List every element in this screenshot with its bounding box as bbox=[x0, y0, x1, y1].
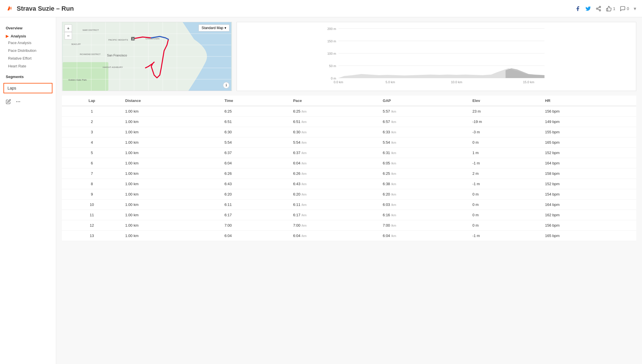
sidebar-item-pace-distribution[interactable]: Pace Distribution bbox=[0, 47, 56, 54]
twitter-button[interactable] bbox=[585, 6, 591, 12]
svg-text:50 m: 50 m bbox=[329, 64, 336, 68]
cell-hr: 152 bpm bbox=[541, 179, 636, 189]
table-row: 10 1.00 km 6:11 6:11 /km 6:03 /km 0 m 16… bbox=[62, 200, 636, 210]
overview-link[interactable]: Overview bbox=[0, 23, 56, 32]
elevation-container: 200 m 150 m 100 m 50 m 0 m 0. bbox=[237, 22, 636, 91]
table-row: 2 1.00 km 6:51 6:51 /km 6:57 /km -19 m 1… bbox=[62, 117, 636, 127]
cell-lap: 8 bbox=[62, 179, 122, 189]
cell-elev: -19 m bbox=[469, 117, 541, 127]
cell-hr: 152 bpm bbox=[541, 148, 636, 158]
svg-marker-1 bbox=[7, 6, 10, 10]
header-actions: 1 0 ▾ bbox=[575, 5, 636, 12]
edit-icon[interactable] bbox=[6, 99, 11, 105]
cell-gap: 5:57 /km bbox=[379, 106, 469, 117]
cell-lap: 9 bbox=[62, 189, 122, 200]
svg-marker-2 bbox=[10, 6, 12, 10]
col-elev: Elev bbox=[469, 96, 541, 106]
page-title: Strava Suzie – Run bbox=[17, 5, 575, 12]
cell-gap: 6:16 /km bbox=[379, 210, 469, 220]
cell-elev: 0 m bbox=[469, 137, 541, 148]
sidebar-item-relative-effort[interactable]: Relative Effort bbox=[0, 54, 56, 62]
svg-text:150 m: 150 m bbox=[327, 39, 336, 43]
map-info-button[interactable]: ℹ bbox=[223, 82, 229, 88]
col-pace: Pace bbox=[290, 96, 379, 106]
cell-lap: 3 bbox=[62, 127, 122, 137]
svg-rect-23 bbox=[133, 38, 134, 39]
cell-time: 6:20 bbox=[221, 189, 290, 200]
table-row: 12 1.00 km 7:00 7:00 /km 7:00 /km 0 m 15… bbox=[62, 220, 636, 231]
cell-lap: 13 bbox=[62, 231, 122, 241]
zoom-out-button[interactable]: − bbox=[65, 32, 72, 39]
cell-pace: 6:30 /km bbox=[290, 127, 379, 137]
svg-text:MAR DISTRICT: MAR DISTRICT bbox=[83, 29, 99, 31]
facebook-button[interactable] bbox=[575, 6, 581, 12]
cell-elev: 0 m bbox=[469, 189, 541, 200]
sidebar-item-pace-analysis[interactable]: Pace Analysis bbox=[0, 39, 56, 47]
svg-point-3 bbox=[599, 6, 601, 7]
cell-pace: 7:00 /km bbox=[290, 220, 379, 231]
cell-distance: 1.00 km bbox=[122, 127, 221, 137]
cell-elev: -1 m bbox=[469, 158, 541, 168]
cell-elev: -1 m bbox=[469, 179, 541, 189]
cell-gap: 6:57 /km bbox=[379, 117, 469, 127]
table-row: 3 1.00 km 6:30 6:30 /km 6:33 /km -3 m 15… bbox=[62, 127, 636, 137]
cell-elev: 1 m bbox=[469, 148, 541, 158]
cell-time: 5:54 bbox=[221, 137, 290, 148]
cell-time: 6:11 bbox=[221, 200, 290, 210]
map-dropdown-arrow: ▾ bbox=[224, 26, 226, 30]
page-header: Strava Suzie – Run 1 0 ▾ bbox=[0, 0, 642, 17]
table-header-row: Lap Distance Time Pace GAP Elev HR bbox=[62, 96, 636, 106]
svg-text:0.0 km: 0.0 km bbox=[334, 80, 343, 84]
cell-elev: 0 m bbox=[469, 210, 541, 220]
cell-lap: 6 bbox=[62, 158, 122, 168]
svg-text:15.0 km: 15.0 km bbox=[523, 80, 534, 84]
cell-pace: 6:37 /km bbox=[290, 148, 379, 158]
cell-lap: 11 bbox=[62, 210, 122, 220]
cell-hr: 165 bpm bbox=[541, 231, 636, 241]
cell-hr: 164 bpm bbox=[541, 200, 636, 210]
svg-rect-22 bbox=[132, 38, 133, 39]
cell-hr: 154 bpm bbox=[541, 189, 636, 200]
kudos-count: 1 bbox=[613, 6, 615, 11]
cell-distance: 1.00 km bbox=[122, 148, 221, 158]
map-controls: + − bbox=[65, 24, 72, 39]
cell-distance: 1.00 km bbox=[122, 168, 221, 179]
col-gap: GAP bbox=[379, 96, 469, 106]
comments-button[interactable]: 0 bbox=[620, 6, 629, 12]
cell-pace: 6:26 /km bbox=[290, 168, 379, 179]
sidebar: Overview ▶ Analysis Pace Analysis Pace D… bbox=[0, 17, 56, 364]
cell-time: 6:37 bbox=[221, 148, 290, 158]
cell-elev: 23 m bbox=[469, 106, 541, 117]
table-row: 8 1.00 km 6:43 6:43 /km 6:38 /km -1 m 15… bbox=[62, 179, 636, 189]
cell-time: 6:26 bbox=[221, 168, 290, 179]
svg-text:RICHMOND DISTRICT: RICHMOND DISTRICT bbox=[80, 53, 101, 55]
cell-pace: 6:17 /km bbox=[290, 210, 379, 220]
svg-text:200 m: 200 m bbox=[327, 27, 336, 31]
segments-section-label: Segments bbox=[0, 70, 56, 81]
cell-pace: 6:20 /km bbox=[290, 189, 379, 200]
cell-distance: 1.00 km bbox=[122, 137, 221, 148]
map-type-dropdown[interactable]: Standard Map ▾ bbox=[199, 24, 229, 31]
cell-gap: 6:38 /km bbox=[379, 179, 469, 189]
svg-rect-25 bbox=[132, 39, 133, 40]
more-icon[interactable] bbox=[16, 99, 21, 105]
svg-point-8 bbox=[16, 101, 17, 102]
cell-time: 6:51 bbox=[221, 117, 290, 127]
cell-elev: 0 m bbox=[469, 220, 541, 231]
zoom-in-button[interactable]: + bbox=[65, 24, 72, 32]
cell-elev: -3 m bbox=[469, 127, 541, 137]
cell-gap: 6:33 /km bbox=[379, 127, 469, 137]
laps-button[interactable]: Laps bbox=[3, 83, 52, 93]
kudos-button[interactable]: 1 bbox=[606, 6, 615, 12]
sidebar-item-heart-rate[interactable]: Heart Rate bbox=[0, 62, 56, 70]
cell-hr: 162 bpm bbox=[541, 210, 636, 220]
cell-distance: 1.00 km bbox=[122, 231, 221, 241]
table-row: 1 1.00 km 6:25 6:25 /km 5:57 /km 23 m 15… bbox=[62, 106, 636, 117]
table-row: 5 1.00 km 6:37 6:37 /km 6:31 /km 1 m 152… bbox=[62, 148, 636, 158]
svg-point-9 bbox=[18, 101, 19, 102]
share-button[interactable] bbox=[596, 6, 601, 12]
cell-distance: 1.00 km bbox=[122, 179, 221, 189]
cell-gap: 6:20 /km bbox=[379, 189, 469, 200]
more-options-button[interactable]: ▾ bbox=[634, 5, 636, 12]
cell-time: 6:25 bbox=[221, 106, 290, 117]
